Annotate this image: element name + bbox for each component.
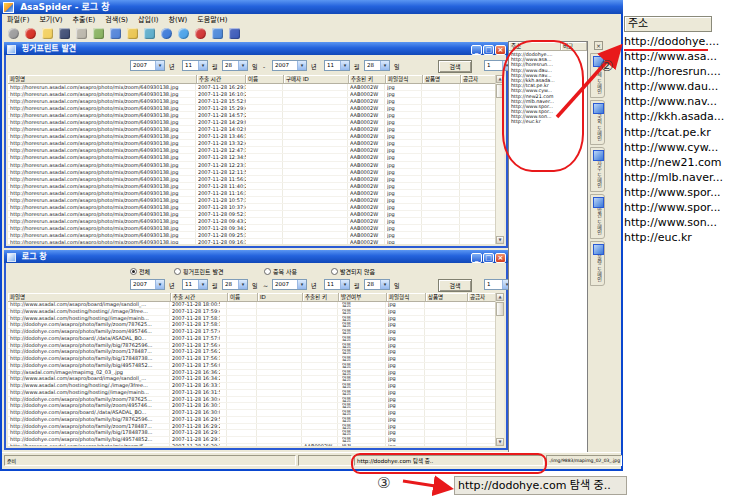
table-row[interactable]: http://dodohye.com/asapro/photo/family/b… <box>8 356 496 363</box>
log-day-to-select[interactable]: 28▾ <box>364 279 390 290</box>
radio-3[interactable]: 중복 사용 <box>264 267 297 277</box>
table-row[interactable]: http://horesrun.asadal.com/asapro/photo/… <box>8 119 496 126</box>
back-icon[interactable] <box>8 28 19 39</box>
table-row[interactable]: http://dodohye.com/asapro/photo/family/b… <box>8 417 496 424</box>
scroll-down-icon[interactable]: ▼ <box>496 236 504 244</box>
fingerprint-month-from-select[interactable]: 11▾ <box>182 60 208 71</box>
fingerprint-table[interactable]: http://horesrun.asadal.com/asapro/photo/… <box>8 84 496 244</box>
block-icon[interactable] <box>195 28 206 39</box>
fingerprint-column-header-7[interactable]: 상품명 <box>423 75 461 84</box>
log-search-button[interactable]: 검색 <box>438 279 472 292</box>
fingerprint-column-header-4[interactable]: 구매자 ID <box>284 75 349 84</box>
table-row[interactable]: http://horesrun.asadal.com/asapro/photo/… <box>8 169 496 176</box>
printer-icon[interactable] <box>76 28 87 39</box>
table-row[interactable]: http://www.asadal.com/asapro/board/image… <box>8 302 496 309</box>
network-icon[interactable] <box>229 28 240 39</box>
table-row[interactable]: http://dodohye.com/asapro/photo/family/b… <box>8 343 496 350</box>
log-column-header-4[interactable]: ID <box>258 293 303 302</box>
table-row[interactable]: http://dodohye.com/asapro/photo/family/z… <box>8 403 496 410</box>
scrollbar-thumb[interactable] <box>496 302 504 316</box>
search-computer-icon[interactable] <box>212 28 223 39</box>
fingerprint-window-titlebar[interactable]: 핑거프린트 발견 _□× <box>4 42 508 55</box>
table-row[interactable]: http://www.asadal.com/hosting/hosting/./… <box>8 309 496 316</box>
scroll-up-icon[interactable]: ▲ <box>496 293 504 301</box>
table-row[interactable]: http://horesrun.asadal.com/asapro/photo/… <box>8 98 496 105</box>
table-row[interactable]: http://horesrun.asadal.com/asapro/photo/… <box>8 183 496 190</box>
log-window-titlebar[interactable]: 로그 창 _□× <box>4 250 508 263</box>
document-search-icon[interactable] <box>110 28 121 39</box>
table-row[interactable]: http://horesrun.asadal.com/asapro/photo/… <box>8 162 496 169</box>
app-titlebar[interactable]: AsaSpider - 로그 창 <box>0 0 623 14</box>
close-icon[interactable]: × <box>495 45 506 55</box>
radio-2[interactable]: 핑거프린트 발견 <box>174 267 224 277</box>
table-row[interactable]: http://dodohye.com/asapro/photo/family/z… <box>8 329 496 336</box>
log-year-from-select[interactable]: 2007▾ <box>130 279 165 290</box>
fingerprint-year-from-select[interactable]: 2007▾ <box>130 60 165 71</box>
log-column-header-3[interactable]: 이름 <box>228 293 258 302</box>
scroll-down-icon[interactable]: ▼ <box>496 438 504 446</box>
log-column-header-8[interactable]: 상품명 <box>426 293 468 302</box>
image-icon[interactable] <box>93 28 104 39</box>
radio-4[interactable]: 발견되지 않음 <box>331 267 375 277</box>
table-row[interactable]: http://horesrun.asadal.com/asapro/photo/… <box>8 112 496 119</box>
browser-icon[interactable] <box>178 28 189 39</box>
table-row[interactable]: http://horesrun.asadal.com/asapro/photo/… <box>8 232 496 239</box>
chevron-down-icon[interactable]: ▾ <box>297 61 306 70</box>
globe-icon[interactable] <box>161 28 172 39</box>
mail-send-icon[interactable] <box>144 28 155 39</box>
fingerprint-day-from-select[interactable]: 28▾ <box>222 60 248 71</box>
log-vertical-scrollbar[interactable]: ▲ ▼ <box>495 293 504 446</box>
log-day-from-select[interactable]: 28▾ <box>222 279 248 290</box>
table-row[interactable]: http://horesrun.asadal.com/asapro/photo/… <box>8 204 496 211</box>
log-month-to-select[interactable]: 11▾ <box>324 279 350 290</box>
log-month-from-select[interactable]: 11▾ <box>182 279 208 290</box>
table-row[interactable]: http://horesrun.asadal.com/asapro/photo/… <box>8 147 496 154</box>
table-row[interactable]: http://dodohye.com/asapro/board/./data/A… <box>8 336 496 343</box>
log-column-header-1[interactable]: 파일명 <box>8 293 171 302</box>
chevron-down-icon[interactable]: ▾ <box>340 61 349 70</box>
fingerprint-column-header-5[interactable]: 추출된 키 <box>349 75 386 84</box>
table-row[interactable]: http://horesrun.asadal.com/asapro/photo/… <box>8 218 496 225</box>
chevron-down-icon[interactable]: ▾ <box>380 61 389 70</box>
fingerprint-day-to-select[interactable]: 28▾ <box>364 60 390 71</box>
side-tab-3[interactable]: 자주 도메인 <box>590 147 605 192</box>
log-file-icon[interactable] <box>42 28 53 39</box>
table-row[interactable]: http://dodohye.com/asapro/photo/family/b… <box>8 437 496 444</box>
stop-icon[interactable] <box>25 28 36 39</box>
table-row[interactable]: http://horesrun.asadal.com/asapro/photo/… <box>8 444 496 446</box>
table-row[interactable]: http://horesrun.asadal.com/asapro/photo/… <box>8 105 496 112</box>
fingerprint-column-header-6[interactable]: 파일형식 <box>386 75 423 84</box>
table-row[interactable]: http://asadal.com/image/mapimg_02_03_.jp… <box>8 370 496 377</box>
table-row[interactable]: http://horesrun.asadal.com/asapro/photo/… <box>8 84 496 91</box>
folder-icon[interactable] <box>127 28 138 39</box>
table-row[interactable]: http://horesrun.asadal.com/asapro/photo/… <box>8 211 496 218</box>
restore-icon[interactable]: □ <box>483 45 494 55</box>
log-column-header-5[interactable]: 추출된 키 <box>303 293 339 302</box>
table-row[interactable]: http://www.asadal.com/hosting/hosting//i… <box>8 390 496 397</box>
menu-item-3[interactable]: 추출(E) <box>68 14 101 27</box>
chevron-down-icon[interactable]: ▾ <box>297 280 306 289</box>
menu-item-5[interactable]: 삽입(I) <box>133 14 163 27</box>
minimize-icon[interactable]: _ <box>471 253 482 263</box>
chevron-down-icon[interactable]: ▾ <box>340 280 349 289</box>
fingerprint-column-header-1[interactable]: 파일명 <box>8 75 197 84</box>
chevron-down-icon[interactable]: ▾ <box>155 280 164 289</box>
table-row[interactable]: http://dodohye.com/asapro/photo/family/b… <box>8 430 496 437</box>
menu-item-1[interactable]: 파일(F) <box>2 14 34 27</box>
chevron-down-icon[interactable]: ▾ <box>198 61 207 70</box>
table-row[interactable]: http://horesrun.asadal.com/asapro/photo/… <box>8 126 496 133</box>
fingerprint-month-to-select[interactable]: 11▾ <box>324 60 350 71</box>
table-row[interactable]: http://dodohye.com/asapro/photo/family/z… <box>8 397 496 404</box>
chevron-down-icon[interactable]: ▾ <box>198 280 207 289</box>
menu-item-4[interactable]: 검색(S) <box>100 14 133 27</box>
fingerprint-year-to-select[interactable]: 2007▾ <box>272 60 307 71</box>
table-row[interactable]: http://horesrun.asadal.com/asapro/photo/… <box>8 91 496 98</box>
log-table[interactable]: http://www.asadal.com/asapro/board/image… <box>8 302 496 446</box>
close-icon[interactable]: × <box>495 253 506 263</box>
side-tab-2[interactable]: 국외 도메인 <box>590 100 605 145</box>
table-row[interactable]: http://dodohye.com/asapro/photo/family/b… <box>8 363 496 370</box>
side-tab-4[interactable]: 발견 도메인 <box>590 194 605 239</box>
menu-item-2[interactable]: 보기(V) <box>34 14 67 27</box>
minimize-icon[interactable]: _ <box>471 45 482 55</box>
table-row[interactable]: http://horesrun.asadal.com/asapro/photo/… <box>8 140 496 147</box>
